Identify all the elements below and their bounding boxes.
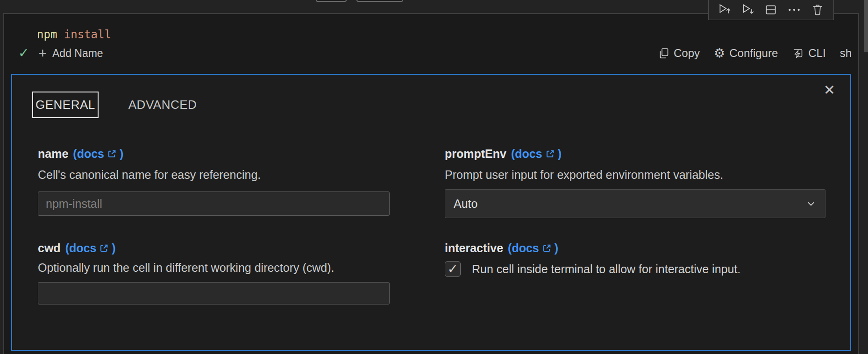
interactive-label: interactive [445,241,503,255]
promptenv-field-description: Prompt user input for exported environme… [445,168,825,182]
configure-dialog: ✕ GENERAL ADVANCED name (docs ) Cell's c… [11,74,851,351]
docs-link-open: (docs [508,241,539,255]
docs-link-close: ) [555,241,558,255]
code-token-npm: npm [37,28,57,41]
docs-link-open: (docs [511,147,542,161]
configure-label: Configure [729,47,778,60]
cwd-docs-link[interactable]: (docs ) [65,241,116,255]
external-link-icon [99,243,109,253]
cell-status-row: ✓ + Add Name [18,47,103,60]
language-label[interactable]: sh [840,47,852,60]
scrollbar-thumb[interactable] [864,0,868,52]
cwd-input[interactable] [38,282,390,304]
external-link-icon [545,149,555,159]
dialog-tabs: GENERAL ADVANCED [32,92,197,118]
cwd-field-description: Optionally run the cell in different wor… [38,261,390,275]
add-name-label: Add Name [52,47,103,60]
promptenv-docs-link[interactable]: (docs ) [511,147,562,161]
notebook-cell: npm install ✓ + Add Name Copy ⚙ Configur… [3,13,859,354]
interactive-checkbox-row: ✓ Run cell inside terminal to allow for … [445,261,825,277]
more-actions-icon[interactable] [787,2,802,17]
cli-label: CLI [808,47,825,60]
add-name-button[interactable]: + Add Name [38,47,103,60]
name-field-label: name (docs ) [38,147,390,161]
cli-icon [792,47,804,59]
interactive-checkbox-label: Run cell inside terminal to allow for in… [472,262,740,276]
docs-link-open: (docs [73,147,104,161]
cwd-label: cwd [38,241,61,255]
interactive-docs-link[interactable]: (docs ) [508,241,558,255]
name-field-description: Cell's canonical name for easy referenci… [38,168,390,182]
external-link-icon [107,149,117,159]
plus-icon: + [38,48,47,59]
cut-off-button[interactable] [316,0,347,2]
promptenv-label: promptEnv [445,147,506,161]
cell-toolbar [708,0,834,20]
code-token-install: install [57,28,111,41]
close-icon[interactable]: ✕ [824,83,835,97]
promptenv-field-label: promptEnv (docs ) [445,147,825,161]
docs-link-close: ) [112,241,115,255]
notebook-editor: npm install ✓ + Add Name Copy ⚙ Configur… [0,0,868,354]
external-link-icon [542,243,552,253]
cli-button[interactable]: CLI [792,47,825,60]
tab-general[interactable]: GENERAL [32,92,99,118]
cell-actions: Copy ⚙ Configure CLI sh [658,47,852,60]
success-check-icon: ✓ [18,47,29,60]
interactive-field-label: interactive (docs ) [445,241,825,255]
chevron-down-icon [805,198,817,209]
execute-above-icon[interactable] [717,2,732,17]
docs-link-close: ) [120,147,123,161]
cwd-field-label: cwd (docs ) [38,241,390,255]
promptenv-selected-value: Auto [454,197,477,211]
name-label: name [38,147,68,161]
copy-icon [658,47,669,59]
cell-code[interactable]: npm install [37,28,111,41]
delete-cell-icon[interactable] [810,2,825,17]
name-input[interactable] [38,191,390,216]
promptenv-select[interactable]: Auto [445,189,825,218]
tab-advanced[interactable]: ADVANCED [128,98,197,112]
name-docs-link[interactable]: (docs ) [73,147,123,161]
execute-below-icon[interactable] [740,2,755,17]
split-cell-icon[interactable] [763,2,778,17]
gear-icon: ⚙ [714,47,725,60]
configure-button[interactable]: ⚙ Configure [714,47,778,60]
docs-link-open: (docs [65,241,97,255]
copy-label: Copy [674,47,700,60]
copy-button[interactable]: Copy [658,47,700,60]
docs-link-close: ) [558,147,562,161]
cut-off-button[interactable] [356,0,403,2]
interactive-checkbox[interactable]: ✓ [445,261,461,277]
